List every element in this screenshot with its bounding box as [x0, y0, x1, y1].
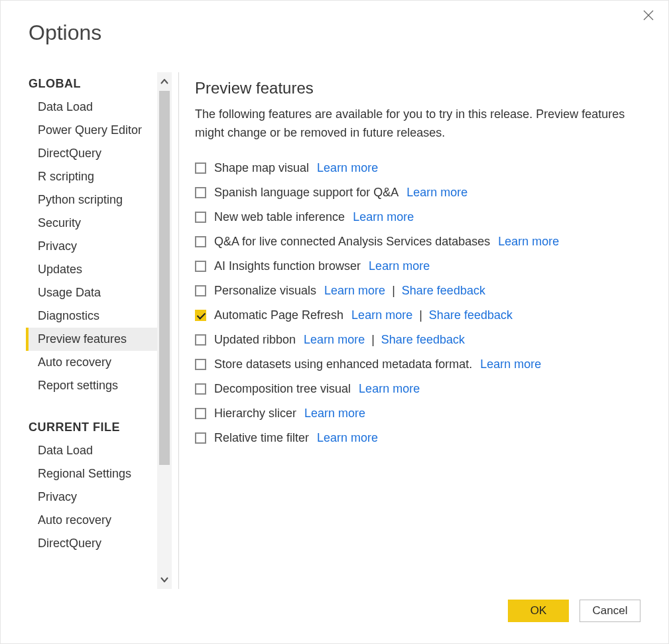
- feature-links: Learn more: [317, 161, 378, 175]
- feature-checkbox[interactable]: [195, 162, 206, 174]
- feature-label: Hierarchy slicer: [214, 407, 296, 420]
- link-separator: |: [418, 308, 424, 322]
- feature-row: Updated ribbonLearn more|Share feedback: [195, 328, 643, 352]
- learn-more-link[interactable]: Learn more: [353, 210, 414, 224]
- feature-label: Automatic Page Refresh: [214, 308, 343, 322]
- sidebar-item[interactable]: Report settings: [26, 374, 157, 397]
- feature-checkbox[interactable]: [195, 285, 206, 296]
- feature-label: Updated ribbon: [214, 333, 296, 347]
- share-feedback-link[interactable]: Share feedback: [402, 284, 485, 298]
- sidebar-item[interactable]: Privacy: [26, 485, 157, 509]
- scroll-thumb[interactable]: [159, 91, 170, 465]
- feature-row: Automatic Page RefreshLearn more|Share f…: [195, 303, 643, 328]
- sidebar-item[interactable]: Privacy: [26, 235, 157, 258]
- vertical-divider: [178, 72, 179, 589]
- feature-label: Store datasets using enhanced metadata f…: [214, 357, 472, 371]
- feature-links: Learn more|Share feedback: [304, 333, 465, 347]
- feature-row: Relative time filterLearn more: [195, 426, 643, 450]
- feature-links: Learn more: [498, 235, 559, 249]
- sidebar-item[interactable]: Usage Data: [26, 281, 157, 304]
- sidebar-item[interactable]: Auto recovery: [26, 351, 157, 374]
- learn-more-link[interactable]: Learn more: [351, 308, 412, 322]
- feature-label: Relative time filter: [214, 431, 309, 445]
- sidebar-item[interactable]: R scripting: [26, 165, 157, 188]
- feature-label: Personalize visuals: [214, 284, 316, 298]
- feature-links: Learn more: [480, 357, 541, 371]
- learn-more-link[interactable]: Learn more: [317, 161, 378, 175]
- section-description: The following features are available for…: [195, 105, 633, 143]
- sidebar-item[interactable]: Python scripting: [26, 188, 157, 212]
- feature-checkbox[interactable]: [195, 261, 206, 272]
- feature-row: Hierarchy slicerLearn more: [195, 401, 643, 426]
- learn-more-link[interactable]: Learn more: [406, 186, 467, 200]
- sidebar-item[interactable]: Auto recovery: [26, 509, 157, 532]
- feature-links: Learn more: [369, 259, 430, 273]
- feature-checkbox[interactable]: [195, 359, 206, 370]
- dialog-title: Options: [1, 1, 668, 45]
- link-separator: |: [391, 284, 396, 298]
- scroll-up-icon[interactable]: [157, 72, 172, 91]
- feature-checkbox[interactable]: [195, 408, 206, 419]
- sidebar-item[interactable]: Regional Settings: [26, 462, 157, 485]
- feature-links: Learn more: [317, 431, 378, 445]
- feature-label: AI Insights function browser: [214, 259, 361, 273]
- cancel-button[interactable]: Cancel: [579, 600, 640, 622]
- feature-label: New web table inference: [214, 210, 345, 224]
- share-feedback-link[interactable]: Share feedback: [381, 333, 465, 347]
- feature-checkbox[interactable]: [195, 236, 206, 247]
- sidebar-item[interactable]: Power Query Editor: [26, 119, 157, 142]
- feature-links: Learn more: [353, 210, 414, 224]
- feature-label: Spanish language support for Q&A: [214, 186, 398, 200]
- learn-more-link[interactable]: Learn more: [317, 431, 378, 445]
- scrollbar[interactable]: [157, 72, 172, 589]
- feature-checkbox[interactable]: [195, 310, 206, 321]
- feature-label: Shape map visual: [214, 161, 309, 175]
- section-title: Preview features: [195, 79, 643, 97]
- feature-row: Personalize visualsLearn more|Share feed…: [195, 279, 643, 303]
- feature-row: New web table inferenceLearn more: [195, 205, 643, 229]
- feature-row: Spanish language support for Q&ALearn mo…: [195, 180, 643, 205]
- dialog-footer: OK Cancel: [508, 600, 640, 622]
- feature-row: Shape map visualLearn more: [195, 156, 643, 180]
- feature-links: Learn more|Share feedback: [324, 284, 485, 298]
- feature-links: Learn more: [359, 382, 420, 396]
- learn-more-link[interactable]: Learn more: [324, 284, 385, 298]
- sidebar: GLOBALData LoadPower Query EditorDirectQ…: [26, 72, 172, 589]
- learn-more-link[interactable]: Learn more: [369, 259, 430, 273]
- close-icon[interactable]: [643, 10, 656, 23]
- link-separator: |: [370, 333, 376, 347]
- learn-more-link[interactable]: Learn more: [359, 382, 420, 396]
- sidebar-item[interactable]: Data Load: [26, 96, 157, 119]
- learn-more-link[interactable]: Learn more: [304, 333, 365, 347]
- learn-more-link[interactable]: Learn more: [480, 357, 541, 371]
- sidebar-item[interactable]: Security: [26, 212, 157, 235]
- learn-more-link[interactable]: Learn more: [304, 407, 365, 420]
- options-dialog: Options GLOBALData LoadPower Query Edito…: [0, 0, 669, 644]
- sidebar-section-header: CURRENT FILE: [26, 416, 157, 439]
- sidebar-section-header: GLOBAL: [26, 72, 157, 96]
- sidebar-item[interactable]: Data Load: [26, 439, 157, 462]
- feature-checkbox[interactable]: [195, 383, 206, 395]
- sidebar-item[interactable]: Diagnostics: [26, 304, 157, 328]
- sidebar-item[interactable]: Preview features: [26, 328, 157, 351]
- feature-row: Decomposition tree visualLearn more: [195, 377, 643, 401]
- feature-label: Decomposition tree visual: [214, 382, 351, 396]
- feature-checkbox[interactable]: [195, 334, 206, 346]
- feature-links: Learn more|Share feedback: [351, 308, 513, 322]
- feature-checkbox[interactable]: [195, 212, 206, 223]
- feature-checkbox[interactable]: [195, 432, 206, 444]
- share-feedback-link[interactable]: Share feedback: [429, 308, 513, 322]
- ok-button[interactable]: OK: [508, 600, 569, 622]
- feature-links: Learn more: [304, 407, 365, 420]
- learn-more-link[interactable]: Learn more: [498, 235, 559, 249]
- sidebar-item[interactable]: Updates: [26, 258, 157, 281]
- content-pane: Preview features The following features …: [195, 72, 643, 589]
- feature-row: Q&A for live connected Analysis Services…: [195, 229, 643, 254]
- feature-checkbox[interactable]: [195, 187, 206, 198]
- scroll-down-icon[interactable]: [157, 570, 172, 589]
- scroll-track[interactable]: [157, 91, 172, 570]
- feature-row: AI Insights function browserLearn more: [195, 254, 643, 279]
- sidebar-item[interactable]: DirectQuery: [26, 532, 157, 555]
- feature-links: Learn more: [406, 186, 467, 200]
- sidebar-item[interactable]: DirectQuery: [26, 142, 157, 165]
